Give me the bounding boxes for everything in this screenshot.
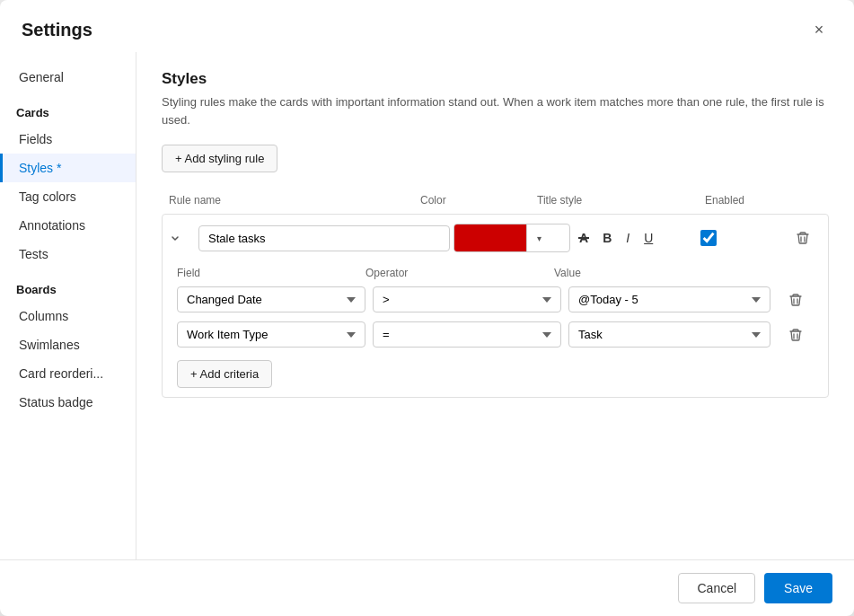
col-rule-name: Rule name: [169, 194, 420, 207]
sidebar-section-boards: Boards: [0, 268, 136, 302]
criteria-col-value: Value: [554, 267, 778, 279]
col-delete-placeholder: [786, 194, 822, 207]
sidebar-section-cards: Cards: [0, 92, 136, 125]
section-title: Styles: [162, 70, 829, 88]
sidebar-item-card-reordering[interactable]: Card reorderi...: [0, 359, 136, 388]
main-content: Styles Styling rules make the cards with…: [136, 52, 854, 559]
criteria-operator-select-2[interactable]: = <> > <: [373, 321, 561, 348]
rule-row: ▾ A B I U: [162, 214, 829, 398]
rule-name-input[interactable]: [198, 225, 450, 251]
criteria-value-select-1[interactable]: @Today - 5 @Today @Today - 1 @Today - 7: [568, 286, 770, 312]
criteria-row: Work Item Type Changed Date Title State …: [170, 321, 821, 348]
save-button[interactable]: Save: [764, 573, 832, 603]
sidebar-item-fields[interactable]: Fields: [0, 125, 136, 154]
criteria-col-operator: Operator: [365, 267, 554, 279]
sidebar-item-tests[interactable]: Tests: [0, 240, 136, 268]
section-description: Styling rules make the cards with import…: [162, 93, 829, 128]
rule-delete-button[interactable]: [785, 231, 821, 245]
strikethrough-button[interactable]: A: [574, 227, 594, 249]
sidebar-item-columns[interactable]: Columns: [0, 302, 136, 330]
sidebar-item-tag-colors[interactable]: Tag colors: [0, 182, 136, 211]
add-criteria-button[interactable]: + Add criteria: [177, 360, 272, 388]
criteria-field-select-2[interactable]: Work Item Type Changed Date Title State …: [177, 321, 365, 348]
rule-expand-button[interactable]: [170, 233, 195, 243]
dialog-footer: Cancel Save: [0, 559, 854, 616]
sidebar: General Cards Fields Styles * Tag colors…: [0, 52, 136, 559]
criteria-table-header: Field Operator Value: [170, 263, 821, 286]
criteria-field-select-1[interactable]: Changed Date Title State Assigned To Wor…: [177, 286, 365, 312]
col-title-style: Title style: [537, 194, 705, 207]
criteria-col-delete: [778, 267, 814, 279]
title-style-controls: A B I U: [574, 227, 697, 249]
col-enabled: Enabled: [705, 194, 786, 207]
color-picker-button[interactable]: ▾: [453, 224, 570, 252]
sidebar-item-annotations[interactable]: Annotations: [0, 211, 136, 240]
color-swatch: [454, 224, 526, 251]
criteria-operator-select-1[interactable]: > < = >= <= <>: [373, 286, 561, 312]
table-header: Rule name Color Title style Enabled: [162, 190, 829, 210]
enabled-checkbox[interactable]: [700, 230, 717, 246]
cancel-button[interactable]: Cancel: [678, 573, 755, 603]
criteria-delete-button-1[interactable]: [778, 293, 814, 307]
settings-dialog: Settings × General Cards Fields Styles *…: [0, 0, 854, 616]
criteria-row: Changed Date Title State Assigned To Wor…: [170, 286, 821, 312]
criteria-delete-button-2[interactable]: [778, 328, 814, 342]
dialog-body: General Cards Fields Styles * Tag colors…: [0, 52, 854, 559]
dialog-title: Settings: [22, 20, 92, 40]
criteria-col-field: Field: [177, 267, 365, 279]
close-button[interactable]: ×: [806, 16, 832, 43]
color-dropdown-icon: ▾: [526, 224, 551, 251]
add-styling-rule-button[interactable]: + Add styling rule: [162, 145, 277, 172]
rule-main-row: ▾ A B I U: [170, 224, 821, 252]
col-color: Color: [420, 194, 537, 207]
sidebar-item-swimlanes[interactable]: Swimlanes: [0, 330, 136, 359]
underline-button[interactable]: U: [638, 227, 658, 249]
enabled-cell: [700, 230, 781, 246]
criteria-value-select-2[interactable]: Task Bug User Story Feature Epic: [568, 321, 770, 348]
dialog-header: Settings ×: [0, 0, 854, 52]
sidebar-item-general[interactable]: General: [0, 63, 136, 92]
bold-button[interactable]: B: [597, 227, 617, 249]
sidebar-item-status-badge[interactable]: Status badge: [0, 388, 136, 417]
sidebar-item-styles[interactable]: Styles *: [0, 154, 136, 182]
italic-button[interactable]: I: [621, 227, 635, 249]
